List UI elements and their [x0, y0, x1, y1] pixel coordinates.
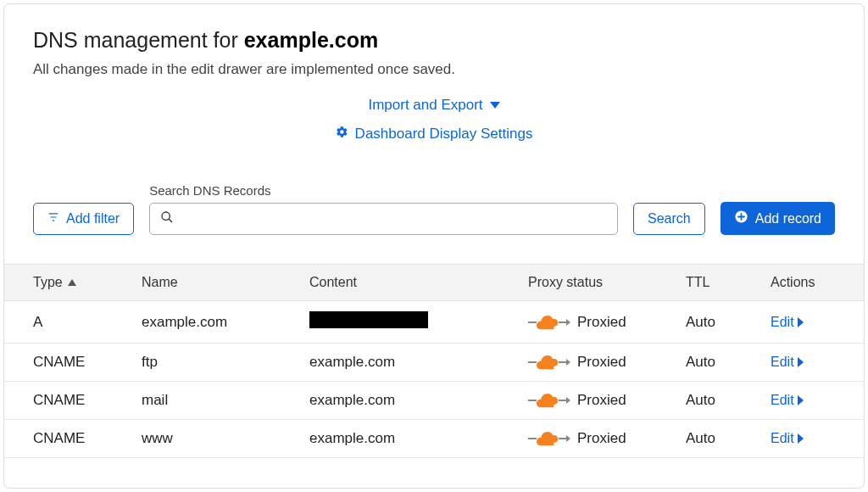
chevron-right-icon	[798, 433, 804, 444]
cell-content-wrap: example.com	[309, 354, 528, 371]
edit-label: Edit	[771, 315, 794, 330]
chevron-right-icon	[798, 395, 804, 405]
add-record-button[interactable]: Add record	[721, 202, 835, 235]
table-header: Type Name Content Proxy status TTL Actio…	[4, 264, 864, 301]
search-button[interactable]: Search	[633, 203, 705, 235]
plus-circle-icon	[734, 210, 748, 227]
search-label: Search DNS Records	[149, 183, 618, 198]
cell-proxy: Proxied	[528, 430, 686, 447]
svg-point-0	[162, 212, 170, 220]
cell-ttl: Auto	[686, 354, 771, 371]
dns-panel: DNS management for example.com All chang…	[3, 3, 865, 489]
proxy-cloud-icon	[528, 431, 567, 446]
cell-content: example.com	[309, 354, 395, 370]
edit-button[interactable]: Edit	[771, 431, 804, 446]
center-links: Import and Export Dashboard Display Sett…	[33, 97, 835, 143]
sort-asc-icon	[68, 279, 76, 286]
add-record-label: Add record	[755, 211, 821, 226]
cell-actions: Edit	[771, 430, 832, 447]
edit-button[interactable]: Edit	[771, 315, 804, 330]
chevron-right-icon	[798, 357, 804, 367]
toolbar: Add filter Search DNS Records Search Add…	[33, 183, 835, 235]
table-row: CNAMEftpexample.comProxiedAutoEdit	[4, 344, 864, 382]
cell-proxy: Proxied	[528, 354, 686, 371]
cell-content-wrap: example.com	[309, 392, 528, 409]
cell-proxy: Proxied	[528, 314, 686, 331]
cell-ttl: Auto	[686, 430, 771, 447]
cell-type: CNAME	[33, 392, 142, 409]
col-name-header[interactable]: Name	[142, 275, 309, 290]
svg-line-1	[169, 219, 172, 222]
col-actions-header: Actions	[771, 275, 832, 290]
cell-type: CNAME	[33, 354, 142, 371]
proxy-cloud-icon	[528, 355, 567, 370]
edit-button[interactable]: Edit	[771, 393, 804, 408]
col-type-label: Type	[33, 275, 63, 290]
proxy-cloud-icon	[528, 315, 567, 330]
col-content-header[interactable]: Content	[309, 275, 528, 290]
cell-ttl: Auto	[686, 314, 771, 331]
import-export-link[interactable]: Import and Export	[368, 97, 499, 114]
cell-type: A	[33, 314, 142, 331]
proxy-status-label: Proxied	[577, 430, 626, 447]
cell-actions: Edit	[771, 392, 832, 409]
dns-table: Type Name Content Proxy status TTL Actio…	[4, 264, 864, 458]
proxy-status-label: Proxied	[577, 354, 626, 371]
add-filter-label: Add filter	[66, 211, 120, 226]
title-domain: example.com	[244, 28, 378, 52]
gear-icon	[336, 126, 348, 143]
proxy-status-label: Proxied	[577, 392, 626, 409]
redacted-content	[309, 311, 428, 328]
cell-content-wrap: example.com	[309, 430, 528, 447]
chevron-down-icon	[490, 102, 500, 109]
dashboard-settings-link[interactable]: Dashboard Display Settings	[336, 126, 533, 143]
table-row: CNAMEwwwexample.comProxiedAutoEdit	[4, 420, 864, 458]
import-export-label: Import and Export	[368, 97, 482, 114]
cell-content-wrap	[309, 311, 528, 333]
edit-label: Edit	[771, 393, 794, 408]
col-ttl-header[interactable]: TTL	[686, 275, 771, 290]
search-input[interactable]	[182, 211, 607, 226]
table-body: Aexample.comProxiedAutoEditCNAMEftpexamp…	[4, 301, 864, 458]
cell-type: CNAME	[33, 430, 142, 447]
search-icon	[160, 210, 174, 227]
proxy-status-label: Proxied	[577, 314, 626, 331]
table-row: CNAMEmailexample.comProxiedAutoEdit	[4, 382, 864, 420]
search-button-label: Search	[648, 211, 691, 226]
add-filter-button[interactable]: Add filter	[33, 203, 134, 235]
search-box[interactable]	[149, 203, 618, 235]
cell-content: example.com	[309, 392, 395, 408]
col-type-header[interactable]: Type	[33, 275, 142, 290]
cell-name: ftp	[142, 354, 309, 371]
cell-content: example.com	[309, 430, 395, 446]
cell-name: www	[142, 430, 309, 447]
cell-ttl: Auto	[686, 392, 771, 409]
page-subtitle: All changes made in the edit drawer are …	[33, 61, 835, 78]
cell-proxy: Proxied	[528, 392, 686, 409]
edit-label: Edit	[771, 355, 794, 370]
cell-actions: Edit	[771, 314, 832, 331]
proxy-cloud-icon	[528, 393, 567, 408]
title-prefix: DNS management for	[33, 28, 244, 52]
edit-label: Edit	[771, 431, 794, 446]
cell-name: example.com	[142, 314, 309, 331]
dashboard-settings-label: Dashboard Display Settings	[355, 126, 533, 143]
filter-icon	[47, 211, 59, 226]
edit-button[interactable]: Edit	[771, 355, 804, 370]
chevron-right-icon	[798, 317, 804, 327]
page-title: DNS management for example.com	[33, 28, 835, 53]
cell-actions: Edit	[771, 354, 832, 371]
col-proxy-header[interactable]: Proxy status	[528, 275, 686, 290]
search-block: Search DNS Records	[149, 183, 618, 235]
cell-name: mail	[142, 392, 309, 409]
table-row: Aexample.comProxiedAutoEdit	[4, 301, 864, 344]
